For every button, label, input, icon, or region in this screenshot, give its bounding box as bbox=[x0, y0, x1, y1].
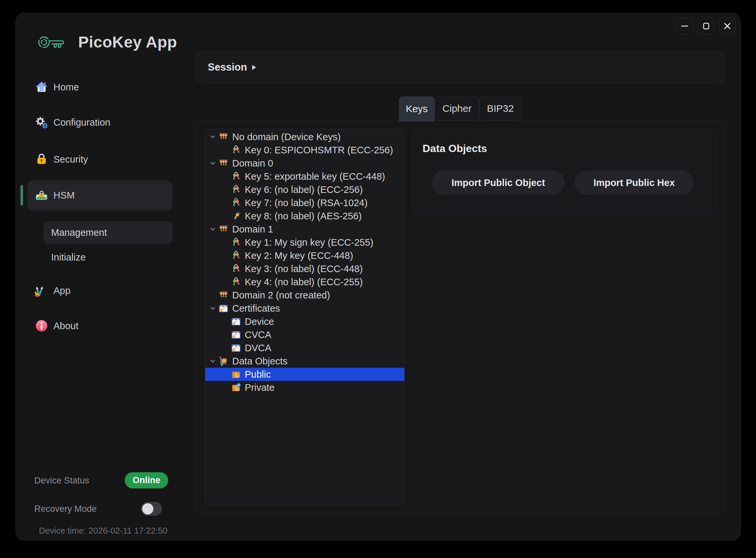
tree-row[interactable]: Key 4: (no label) (ECC-255) bbox=[205, 275, 404, 288]
tree-row-label: Domain 2 (not created) bbox=[232, 290, 330, 301]
certificate-icon bbox=[231, 330, 241, 340]
chevron-down-icon[interactable] bbox=[209, 357, 217, 365]
sidebar-item-label: Configuration bbox=[53, 117, 110, 128]
tree-row-label: Key 4: (no label) (ECC-255) bbox=[245, 277, 363, 287]
tree-row-label: Domain 0 bbox=[232, 158, 273, 169]
minimize-button[interactable] bbox=[677, 18, 693, 34]
key-pair-icon bbox=[231, 237, 241, 248]
session-label: Session bbox=[208, 61, 247, 73]
tree-row[interactable]: Key 0: ESPICOHSMTR (ECC-256) bbox=[205, 144, 404, 157]
sidebar-item-security[interactable]: Security bbox=[16, 149, 177, 169]
tree-row[interactable]: Device bbox=[205, 315, 404, 328]
tree-row[interactable]: No domain (Device Keys) bbox=[205, 130, 404, 144]
toggle-knob bbox=[142, 503, 153, 514]
chevron-down-icon[interactable] bbox=[209, 305, 217, 312]
tree-row[interactable]: Key 8: (no label) (AES-256) bbox=[205, 209, 404, 223]
sidebar-item-hsm[interactable]: HSM bbox=[16, 185, 177, 205]
tree-row[interactable]: CVCA bbox=[205, 328, 404, 341]
device-status-badge: Online bbox=[125, 472, 168, 488]
data-objects-title: Data Objects bbox=[423, 143, 487, 155]
import-public-object-button[interactable]: Import Public Object bbox=[432, 171, 565, 195]
hsm-password-lock-icon bbox=[35, 188, 48, 202]
sidebar-item-app[interactable]: App bbox=[16, 281, 177, 300]
key-pair-icon bbox=[231, 145, 241, 155]
key-pair-icon bbox=[231, 185, 241, 195]
tab-cipher[interactable]: Cipher bbox=[435, 96, 479, 121]
key-pair-icon bbox=[231, 172, 241, 182]
sidebar-item-label: About bbox=[53, 321, 78, 331]
app-brand: PicoKey App bbox=[34, 33, 177, 51]
key-pair-icon bbox=[231, 264, 241, 274]
import-public-hex-button[interactable]: Import Public Hex bbox=[575, 171, 694, 195]
tree-row-label: Key 8: (no label) (AES-256) bbox=[245, 211, 362, 222]
sidebar-item-label: Initialize bbox=[51, 252, 86, 263]
maximize-icon bbox=[699, 19, 714, 34]
tab-keys[interactable]: Keys bbox=[399, 96, 435, 121]
tree-row-label: No domain (Device Keys) bbox=[232, 132, 341, 143]
device-time-text: Device time: 2026-02-11 17:22:50 bbox=[39, 526, 168, 536]
tree-row[interactable]: Key 6: (no label) (ECC-256) bbox=[205, 183, 404, 196]
tree-row-label: Key 6: (no label) (ECC-256) bbox=[245, 184, 363, 195]
tree-row[interactable]: DVCA bbox=[205, 341, 404, 355]
certificate-icon bbox=[218, 303, 229, 314]
triangle-right-icon bbox=[252, 64, 257, 71]
close-button[interactable] bbox=[719, 18, 735, 34]
sidebar-item-label: App bbox=[53, 285, 71, 296]
home-icon bbox=[35, 80, 48, 94]
key-pair-icon bbox=[231, 277, 241, 287]
certificate-icon bbox=[231, 316, 241, 327]
tree-row[interactable]: Key 3: (no label) (ECC-448) bbox=[205, 262, 404, 275]
recovery-mode-toggle[interactable] bbox=[141, 502, 162, 516]
tab-label: Cipher bbox=[442, 103, 471, 114]
sidebar-item-configuration[interactable]: Configuration bbox=[16, 112, 177, 132]
sidebar-item-initialize[interactable]: Initialize bbox=[16, 247, 174, 267]
sidebar-item-label: Home bbox=[53, 82, 79, 93]
tree-row-label: Key 1: My sign key (ECC-255) bbox=[245, 237, 373, 248]
key-pair-icon bbox=[231, 251, 241, 261]
key-rack-icon bbox=[218, 132, 229, 142]
tree-row[interactable]: Key 2: My key (ECC-448) bbox=[205, 249, 404, 262]
tree-row[interactable]: Key 1: My sign key (ECC-255) bbox=[205, 236, 404, 249]
sidebar-item-home[interactable]: Home bbox=[16, 77, 177, 97]
tree-row[interactable]: Certificates bbox=[205, 302, 404, 315]
app-fan-icon bbox=[35, 284, 48, 297]
tree-row-label: Certificates bbox=[232, 303, 280, 314]
info-icon bbox=[35, 319, 48, 332]
tree-row-label: Data Objects bbox=[232, 356, 287, 367]
sidebar-item-label: Security bbox=[53, 154, 88, 165]
key-pair-icon bbox=[231, 198, 241, 208]
box-check-icon bbox=[231, 383, 241, 393]
tree-row-label: Key 7: (no label) (RSA-1024) bbox=[245, 198, 368, 208]
tab-label: Keys bbox=[406, 103, 428, 115]
sidebar-item-about[interactable]: About bbox=[16, 316, 177, 336]
tree-row[interactable]: Domain 2 (not created) bbox=[205, 288, 404, 302]
recovery-mode-label: Recovery Mode bbox=[34, 504, 97, 514]
tree-row-label: Device bbox=[245, 316, 274, 327]
certificate-icon bbox=[231, 343, 241, 353]
key-rack-icon bbox=[218, 158, 229, 169]
session-header[interactable]: Session bbox=[196, 52, 725, 83]
tree-row[interactable]: Domain 0 bbox=[205, 157, 404, 170]
chevron-down-icon[interactable] bbox=[209, 226, 217, 233]
app-title: PicoKey App bbox=[78, 33, 177, 51]
tree-row[interactable]: Public bbox=[205, 368, 404, 381]
tree-row[interactable]: Private bbox=[205, 381, 404, 394]
tree-row[interactable]: Key 7: (no label) (RSA-1024) bbox=[205, 196, 404, 209]
tree-row-label: Key 0: ESPICOHSMTR (ECC-256) bbox=[245, 145, 393, 156]
tree-row-label: Key 5: exportable key (ECC-448) bbox=[245, 171, 385, 182]
tree-row-label: DVCA bbox=[245, 343, 272, 354]
sidebar-item-label: HSM bbox=[53, 190, 75, 201]
chevron-down-icon[interactable] bbox=[209, 160, 217, 167]
lock-icon bbox=[35, 153, 48, 166]
app-window: PicoKey App Home Configuration Security … bbox=[16, 13, 741, 540]
tree-row[interactable]: Data Objects bbox=[205, 355, 404, 368]
sidebar-item-management[interactable]: Management bbox=[44, 221, 173, 244]
tree-row-label: CVCA bbox=[245, 329, 272, 340]
cart-box-icon bbox=[218, 356, 229, 366]
chevron-down-icon[interactable] bbox=[209, 133, 217, 141]
tab-bip32[interactable]: BIP32 bbox=[479, 96, 522, 121]
tree-row[interactable]: Key 5: exportable key (ECC-448) bbox=[205, 170, 404, 183]
maximize-button[interactable] bbox=[698, 18, 714, 34]
sidebar-item-label: Management bbox=[51, 227, 107, 238]
tree-row[interactable]: Domain 1 bbox=[205, 223, 404, 236]
